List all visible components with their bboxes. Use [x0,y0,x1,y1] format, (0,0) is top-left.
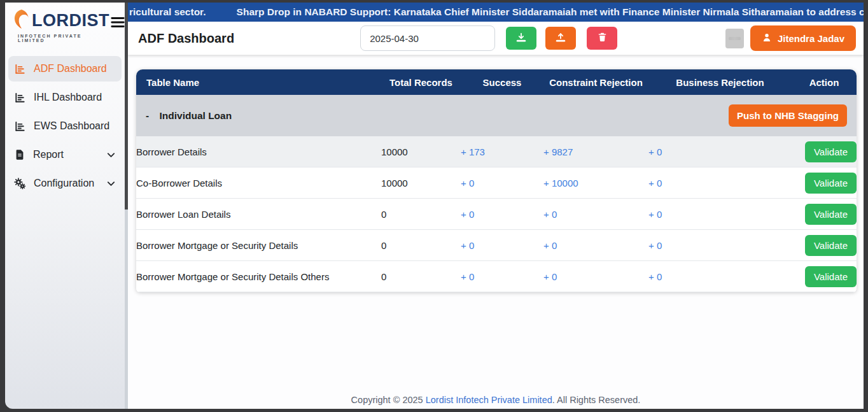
sidebar-menu: ADF DashboardIHL DashboardEWS DashboardR… [5,53,125,199]
user-name: Jitendra Jadav [778,33,844,44]
success-count-link[interactable]: + 0 [461,271,474,282]
page-header: ADF Dashboard [128,22,864,55]
page-title: ADF Dashboard [138,31,234,46]
validate-button[interactable]: Validate [805,173,857,194]
user-menu-button[interactable]: Jitendra Jadav [750,25,856,51]
upload-icon [555,32,566,45]
hamburger-menu-icon[interactable] [109,14,126,33]
chart-icon [14,63,26,75]
chevron-down-icon [106,150,116,160]
success-count-link[interactable]: + 173 [461,146,485,157]
collapse-toggle[interactable]: - [146,110,149,122]
table-name-cell: Borrower Mortgage or Security Details Ot… [136,261,381,292]
table-header-row: Table Name Total Records Success Constra… [136,69,857,95]
total-records-cell: 10000 [381,136,461,167]
table-row: Borrower Mortgage or Security Details Ot… [136,261,857,292]
date-input[interactable] [360,25,495,51]
ticker-item: ricultural sector. [129,3,206,22]
group-label: Individual Loan [159,110,232,121]
column-header-action: Action [792,69,857,95]
constraint-rejection-count-link[interactable]: + 9827 [543,146,573,157]
main-area: ricultural sector.Sharp Drop in NABARD S… [128,3,864,409]
sidebar-item-ihl-dashboard[interactable]: IHL Dashboard [8,85,122,110]
table-name-cell: Co-Borrower Details [136,167,381,199]
trash-icon [597,32,608,45]
chart-icon [14,92,26,104]
download-button[interactable] [506,27,536,50]
push-to-nhb-stagging-button[interactable]: Push to NHB Stagging [729,104,847,127]
business-rejection-count-link[interactable]: + 0 [648,271,662,282]
company-link[interactable]: Lordist Infotech Private Limited [426,395,552,405]
column-header-table-name: Table Name [136,69,381,95]
total-records-cell: 0 [381,199,461,230]
adf-table-card: Table Name Total Records Success Constra… [136,69,857,292]
person-icon [762,32,772,45]
business-rejection-count-link[interactable]: + 0 [648,240,662,251]
logo-area: LORDIST INFOTECH PRIVATE LIMITED [5,3,125,49]
success-count-link[interactable]: + 0 [461,240,474,251]
business-rejection-count-link[interactable]: + 0 [648,178,662,188]
table-row: Co-Borrower Details10000+ 0+ 10000+ 0Val… [136,167,857,199]
content-area: Table Name Total Records Success Constra… [128,55,864,409]
shell-logo-icon [13,9,31,32]
ticker-item: Sharp Drop in NABARD Support: Karnataka … [237,3,864,22]
table-body: - Individual Loan Push to NHB Stagging B… [136,95,857,292]
sidebar-item-adf-dashboard[interactable]: ADF Dashboard [8,56,122,82]
constraint-rejection-count-link[interactable]: + 10000 [543,178,578,188]
chart-icon [14,120,26,132]
upload-button[interactable] [545,27,576,50]
table-name-cell: Borrower Loan Details [136,199,381,230]
total-records-cell: 10000 [381,167,461,199]
column-header-success: Success [461,69,543,95]
chevron-down-icon [106,179,116,188]
logo-text: LORDIST [32,12,109,29]
adf-table: Table Name Total Records Success Constra… [136,69,857,292]
success-count-link[interactable]: + 0 [461,209,474,220]
copyright-prefix: Copyright © 2025 [351,395,426,405]
download-icon [515,32,527,45]
success-count-link[interactable]: + 0 [461,178,474,188]
group-action-cell: Push to NHB Stagging [543,95,857,136]
sidebar-item-label: ADF Dashboard [34,63,116,75]
group-row-individual-loan: - Individual Loan Push to NHB Stagging [136,95,857,136]
sidebar-item-label: Report [33,149,99,160]
constraint-rejection-count-link[interactable]: + 0 [543,209,557,220]
table-row: Borrower Mortgage or Security Details0+ … [136,230,857,261]
business-rejection-count-link[interactable]: + 0 [648,146,662,157]
gears-icon [14,178,26,190]
table-name-cell: Borrower Details [136,136,381,167]
validate-button[interactable]: Validate [805,266,857,287]
news-ticker: ricultural sector.Sharp Drop in NABARD S… [128,3,864,22]
validate-button[interactable]: Validate [805,204,857,225]
business-rejection-count-link[interactable]: + 0 [648,209,662,220]
company-logo: LORDIST INFOTECH PRIVATE LIMITED [13,9,109,43]
total-records-cell: 0 [381,261,461,292]
table-name-cell: Borrower Mortgage or Security Details [136,230,381,261]
column-header-total-records: Total Records [381,69,461,95]
column-header-business-rejection: Business Rejection [648,69,792,95]
disabled-mini-button[interactable] [725,29,744,48]
delete-button[interactable] [587,27,617,50]
sidebar-item-label: Configuration [34,178,99,189]
copyright-suffix: . All Rights Reserved. [552,395,641,405]
footer: Copyright © 2025 Lordist Infotech Privat… [128,395,864,405]
validate-button[interactable]: Validate [805,141,857,162]
sidebar-item-ews-dashboard[interactable]: EWS Dashboard [8,113,122,139]
file-icon [14,149,25,160]
validate-button[interactable]: Validate [805,235,857,256]
group-label-cell: - Individual Loan [136,95,543,136]
sidebar-item-label: IHL Dashboard [34,92,116,103]
constraint-rejection-count-link[interactable]: + 0 [543,240,557,251]
sidebar-item-label: EWS Dashboard [34,120,116,132]
sidebar-item-configuration[interactable]: Configuration [8,171,122,196]
table-row: Borrower Loan Details0+ 0+ 0+ 0Validate [136,199,857,230]
column-header-constraint-rejection: Constraint Rejection [543,69,648,95]
table-row: Borrower Details10000+ 173+ 9827+ 0Valid… [136,136,857,167]
sidebar: LORDIST INFOTECH PRIVATE LIMITED ADF Das… [5,3,125,409]
logo-subtitle: INFOTECH PRIVATE LIMITED [18,34,109,43]
app-window: LORDIST INFOTECH PRIVATE LIMITED ADF Das… [5,3,864,409]
total-records-cell: 0 [381,230,461,261]
sidebar-item-report[interactable]: Report [8,142,122,167]
constraint-rejection-count-link[interactable]: + 0 [543,271,557,282]
